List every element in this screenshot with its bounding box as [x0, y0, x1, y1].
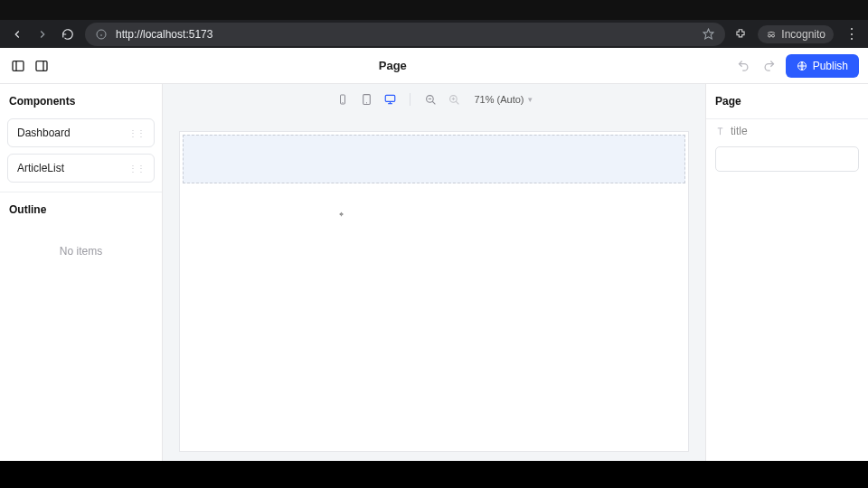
chevron-down-icon: ▾	[528, 95, 533, 104]
zoom-level-dropdown[interactable]: 71% (Auto) ▾	[474, 94, 532, 105]
outline-empty-state: No items	[0, 227, 162, 276]
svg-rect-15	[385, 95, 395, 101]
browser-tab-strip	[0, 0, 868, 20]
canvas-wrap: 71% (Auto) ▾ ⌖	[163, 84, 705, 461]
property-row-title: title	[706, 119, 868, 177]
svg-line-19	[432, 101, 435, 104]
outline-heading: Outline	[0, 192, 162, 227]
undo-button[interactable]	[735, 57, 753, 75]
browser-chrome: http://localhost:5173 Incognito ⋮	[0, 0, 868, 48]
toggle-left-panel-button[interactable]	[9, 57, 27, 75]
zoom-out-button[interactable]	[423, 92, 438, 107]
publish-button-label: Publish	[813, 60, 848, 72]
drag-handle-icon[interactable]: ⋮⋮	[128, 128, 145, 138]
address-bar-url: http://localhost:5173	[116, 28, 693, 41]
device-desktop-button[interactable]	[382, 92, 397, 107]
publish-button[interactable]: Publish	[786, 54, 859, 78]
globe-icon	[797, 61, 807, 71]
letterbox-bottom	[0, 461, 868, 488]
app-window: Page Publish Components Dashboard	[0, 48, 868, 461]
incognito-label: Incognito	[781, 28, 826, 41]
zoom-in-button[interactable]	[447, 92, 461, 107]
cursor-icon: ⌖	[339, 210, 345, 219]
app-body: Components Dashboard ⋮⋮ ArticleList ⋮⋮ O…	[0, 84, 868, 461]
right-panel: Page title	[705, 84, 868, 461]
redo-button[interactable]	[760, 57, 778, 75]
reload-button[interactable]	[60, 26, 76, 42]
browser-toolbar: http://localhost:5173 Incognito ⋮	[0, 20, 868, 48]
left-panel: Components Dashboard ⋮⋮ ArticleList ⋮⋮ O…	[0, 84, 163, 461]
components-heading: Components	[0, 84, 162, 118]
back-button[interactable]	[9, 26, 25, 42]
topbar-left	[9, 57, 51, 75]
component-name: ArticleList	[17, 162, 64, 174]
components-list: Dashboard ⋮⋮ ArticleList ⋮⋮	[0, 118, 162, 192]
svg-line-22	[456, 101, 458, 104]
device-tablet-button[interactable]	[359, 92, 373, 107]
zoom-controls	[423, 92, 461, 107]
zoom-level-label: 71% (Auto)	[474, 94, 524, 105]
incognito-badge[interactable]: Incognito	[758, 25, 834, 43]
toolbar-divider	[410, 93, 410, 106]
topbar-right: Publish	[735, 54, 859, 78]
site-info-icon[interactable]	[96, 29, 107, 40]
extensions-icon[interactable]	[734, 28, 747, 41]
svg-rect-8	[36, 61, 47, 70]
svg-point-4	[769, 34, 771, 37]
canvas-toolbar: 71% (Auto) ▾	[163, 84, 705, 115]
app-topbar: Page Publish	[0, 48, 868, 84]
address-bar[interactable]: http://localhost:5173	[85, 23, 725, 46]
component-card-articlelist[interactable]: ArticleList ⋮⋮	[7, 154, 155, 183]
artboard[interactable]: ⌖	[179, 131, 689, 452]
property-label-text: title	[731, 125, 748, 137]
svg-marker-3	[703, 29, 713, 39]
title-input[interactable]	[715, 146, 859, 172]
bookmark-star-icon[interactable]	[703, 28, 714, 40]
text-type-icon	[715, 127, 725, 136]
device-mobile-button[interactable]	[335, 92, 350, 107]
canvas-area[interactable]: ⌖	[163, 115, 705, 461]
browser-menu-icon[interactable]: ⋮	[844, 27, 859, 42]
forward-button[interactable]	[34, 26, 51, 42]
component-name: Dashboard	[17, 127, 71, 139]
browser-right-controls: Incognito ⋮	[734, 25, 859, 43]
toggle-right-panel-button[interactable]	[33, 57, 51, 75]
component-card-dashboard[interactable]: Dashboard ⋮⋮	[7, 118, 155, 147]
device-switcher	[335, 92, 397, 107]
drop-zone[interactable]	[183, 135, 685, 183]
svg-rect-6	[13, 61, 24, 70]
drag-handle-icon[interactable]: ⋮⋮	[128, 164, 145, 174]
page-title: Page	[379, 59, 407, 72]
svg-point-5	[772, 34, 775, 37]
inspector-heading: Page	[706, 84, 868, 119]
property-label: title	[715, 125, 859, 137]
